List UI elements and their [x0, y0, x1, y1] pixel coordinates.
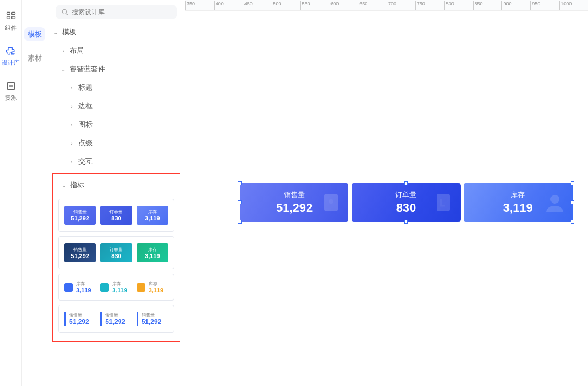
tree-kit[interactable]: ⌄ 睿智蓝套件 [50, 60, 182, 78]
metric-template-1[interactable]: 销售量51,292 订单量830 库存3,119 [58, 199, 174, 232]
library-panel: ⌄ 模板 › 布局 ⌄ 睿智蓝套件 › 标题 › 边框 › 图标 [48, 0, 185, 386]
tree-layout[interactable]: › 布局 [50, 41, 182, 60]
kpi-row: 销售量 51,292 订单量 830 库存 3,119 [240, 183, 572, 222]
metric-template-4[interactable]: 销售量51,292 销售量51,292 销售量51,292 [58, 305, 174, 333]
resize-handle[interactable] [238, 181, 242, 185]
avatar-icon [542, 189, 568, 216]
kpi-label: 库存 [511, 190, 525, 200]
metric-template-3[interactable]: 库存3,119 库存3,119 库存3,119 [58, 274, 174, 301]
chevron-right-icon: › [60, 48, 66, 54]
rail-item-resources[interactable]: 资源 [5, 81, 17, 101]
chevron-right-icon: › [69, 140, 75, 146]
chevron-down-icon: ⌄ [60, 182, 67, 188]
selection-box[interactable]: 销售量 51,292 订单量 830 库存 3,119 [240, 183, 573, 222]
search-icon [61, 8, 69, 16]
kpi-label: 订单量 [395, 190, 416, 200]
metric-section-highlight: ⌄ 指标 销售量51,292 订单量830 库存3,119 销售量51,292 … [52, 173, 180, 342]
tree-kit-border[interactable]: › 边框 [50, 97, 182, 115]
resize-handle[interactable] [238, 200, 242, 204]
resize-handle[interactable] [404, 220, 408, 224]
chevron-right-icon: › [69, 122, 75, 128]
components-icon [5, 11, 16, 22]
kpi-card-orders[interactable]: 订单量 830 [352, 183, 460, 222]
tree-kit-metric[interactable]: ⌄ 指标 [53, 176, 180, 194]
resources-icon [5, 81, 16, 91]
resize-handle[interactable] [238, 220, 242, 224]
chevron-right-icon: › [69, 85, 75, 91]
rail-item-components[interactable]: 组件 [5, 11, 17, 32]
svg-rect-0 [7, 13, 10, 15]
svg-rect-3 [11, 16, 15, 19]
clipboard-l-icon [430, 189, 456, 216]
resize-handle[interactable] [404, 181, 408, 185]
svg-line-7 [66, 14, 68, 15]
svg-rect-10 [437, 194, 450, 211]
tree-kit-interact[interactable]: › 交互 [50, 152, 182, 171]
tab-templates[interactable]: 模板 [24, 27, 45, 41]
kpi-value: 51,292 [276, 201, 313, 215]
tree-kit-title[interactable]: › 标题 [50, 78, 182, 97]
search-input[interactable] [72, 8, 171, 16]
svg-point-9 [329, 199, 333, 204]
resize-handle[interactable] [571, 181, 574, 185]
svg-point-6 [62, 9, 66, 14]
library-tree: ⌄ 模板 › 布局 ⌄ 睿智蓝套件 › 标题 › 边框 › 图标 [48, 23, 185, 386]
puzzle-icon [5, 46, 16, 57]
chevron-right-icon: › [69, 103, 75, 109]
kpi-card-stock[interactable]: 库存 3,119 [464, 183, 572, 222]
clipboard-user-icon [318, 189, 344, 216]
left-rail: 组件 设计库 资源 [0, 0, 22, 386]
svg-rect-1 [11, 13, 15, 15]
tree-root-templates[interactable]: ⌄ 模板 [50, 23, 182, 41]
kpi-label: 销售量 [284, 190, 305, 200]
resize-handle[interactable] [571, 200, 574, 204]
ruler-horizontal: 3504004505005506006507007508008509009501… [185, 0, 588, 11]
resize-handle[interactable] [571, 220, 574, 224]
lib-tabs: 模板 素材 [22, 0, 48, 386]
svg-point-11 [550, 195, 559, 204]
rail-item-design-lib[interactable]: 设计库 [2, 46, 20, 66]
tree-kit-icon[interactable]: › 图标 [50, 115, 182, 134]
kpi-value: 830 [396, 201, 416, 215]
kpi-value: 3,119 [503, 201, 533, 215]
kpi-card-sales[interactable]: 销售量 51,292 [240, 183, 348, 222]
svg-rect-2 [7, 16, 10, 19]
tab-materials[interactable]: 素材 [24, 51, 45, 65]
chevron-down-icon: ⌄ [60, 66, 66, 72]
chevron-down-icon: ⌄ [52, 29, 59, 35]
metric-template-2[interactable]: 销售量51,292 订单量830 库存3,119 [58, 236, 174, 269]
search-box[interactable] [56, 5, 177, 19]
canvas[interactable]: 3504004505005506006507007508008509009501… [185, 0, 588, 386]
tree-kit-decor[interactable]: › 点缀 [50, 134, 182, 152]
chevron-right-icon: › [69, 159, 75, 165]
